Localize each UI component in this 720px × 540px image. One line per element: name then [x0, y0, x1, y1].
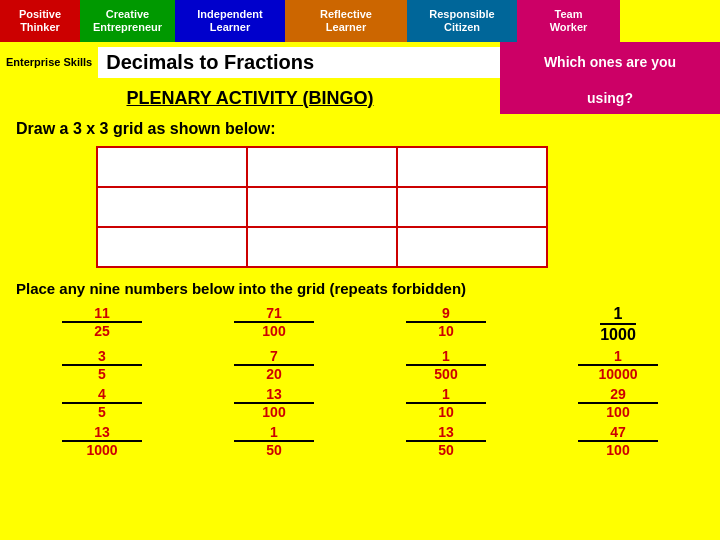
- grid-cell: [247, 227, 397, 267]
- fraction-13-50: 13 50: [406, 424, 486, 458]
- fraction-1-500: 1 500: [406, 348, 486, 382]
- bingo-grid: [96, 146, 548, 268]
- badge-creative: CreativeEntrepreneur: [80, 0, 175, 42]
- table-row: [97, 227, 547, 267]
- badge-team: TeamWorker: [517, 0, 620, 42]
- fraction-7-20: 7 20: [234, 348, 314, 382]
- grid-cell: [97, 227, 247, 267]
- grid-cell: [397, 227, 547, 267]
- badge-responsible: ResponsibleCitizen: [407, 0, 517, 42]
- using-label: using?: [500, 82, 720, 114]
- grid-cell: [97, 187, 247, 227]
- value-1-1000: 1 1000: [578, 305, 658, 344]
- grid-cell: [397, 187, 547, 227]
- badges-row: PositiveThinker CreativeEntrepreneur Ind…: [0, 0, 720, 42]
- fraction-13-100: 13 100: [234, 386, 314, 420]
- fraction-71-100: 71 100: [234, 305, 314, 344]
- fraction-29-100: 29 100: [578, 386, 658, 420]
- enterprise-label: Enterprise Skills: [0, 52, 98, 72]
- place-instruction: Place any nine numbers below into the gr…: [16, 280, 704, 297]
- page-title: Decimals to Fractions: [98, 47, 500, 78]
- grid-cell: [397, 147, 547, 187]
- fraction-row-4: 13 1000 1 50 13 50 47 100: [16, 424, 704, 458]
- table-row: [97, 187, 547, 227]
- title-row: Enterprise Skills Decimals to Fractions …: [0, 42, 720, 82]
- fraction-47-100: 47 100: [578, 424, 658, 458]
- fraction-row-2: 3 5 7 20 1 500 1 10000: [16, 348, 704, 382]
- fraction-4-5: 4 5: [62, 386, 142, 420]
- main-content: Draw a 3 x 3 grid as shown below: Place …: [0, 114, 720, 468]
- fraction-1-10000: 1 10000: [578, 348, 658, 382]
- plenary-title: PLENARY ACTIVITY (BINGO): [0, 84, 500, 113]
- grid-cell: [247, 147, 397, 187]
- fraction-13-1000: 13 1000: [62, 424, 142, 458]
- fraction-11-25: 11 25: [62, 305, 142, 344]
- which-ones-label: Which ones are you: [500, 42, 720, 82]
- draw-instruction: Draw a 3 x 3 grid as shown below:: [16, 120, 704, 138]
- fraction-3-5: 3 5: [62, 348, 142, 382]
- badge-reflective: ReflectiveLearner: [285, 0, 407, 42]
- badge-independent: IndependentLearner: [175, 0, 285, 42]
- badge-positive: PositiveThinker: [0, 0, 80, 42]
- grid-cell: [97, 147, 247, 187]
- fraction-1-50: 1 50: [234, 424, 314, 458]
- fraction-row-3: 4 5 13 100 1 10 29 100: [16, 386, 704, 420]
- fraction-1-10: 1 10: [406, 386, 486, 420]
- grid-cell: [247, 187, 397, 227]
- fraction-9-10: 9 10: [406, 305, 486, 344]
- table-row: [97, 147, 547, 187]
- plenary-row: PLENARY ACTIVITY (BINGO) using?: [0, 82, 720, 114]
- fraction-row-1: 11 25 71 100 9 10 1 1000: [16, 305, 704, 344]
